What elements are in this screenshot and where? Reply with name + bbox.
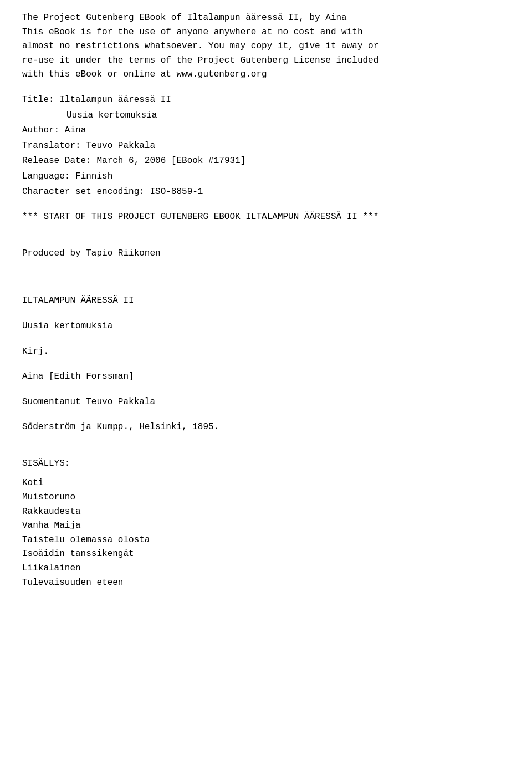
sisallys-label: SISÄLLYS: <box>22 457 510 471</box>
header-line-2: This eBook is for the use of anyone anyw… <box>22 26 510 40</box>
publisher-text: Söderström ja Kumpp., Helsinki, 1895. <box>22 420 510 435</box>
produced-by: Produced by Tapio Riikonen <box>22 247 510 261</box>
author-name-text: Aina [Edith Forssman] <box>22 370 510 384</box>
sisallys-section: SISÄLLYS: KotiMuistorunoRakkaudestaVanha… <box>22 457 510 590</box>
header-line-4: re-use it under the terms of the Project… <box>22 54 510 68</box>
toc-item: Tulevaisuuden eteen <box>22 576 510 590</box>
header-line-3: almost no restrictions whatsoever. You m… <box>22 39 510 54</box>
suomentanut-section: Suomentanut Teuvo Pakkala <box>22 395 510 410</box>
translator-value: Teuvo Pakkala <box>86 141 155 151</box>
produced-by-text: Produced by Tapio Riikonen <box>22 247 510 261</box>
book-subtitle: Uusia kertomuksia <box>22 319 510 334</box>
release-value: March 6, 2006 [EBook #17931] <box>96 156 245 166</box>
kirj-label: Kirj. <box>22 345 510 359</box>
translator-line: Translator: Teuvo Pakkala <box>22 139 510 154</box>
title-subtitle-line: Uusia kertomuksia <box>22 109 510 123</box>
language-label: Language: <box>22 171 70 181</box>
toc-item: Muistoruno <box>22 491 510 505</box>
author-line: Author: Aina <box>22 124 510 138</box>
language-value: Finnish <box>75 171 112 181</box>
toc-item: Taistelu olemassa olosta <box>22 533 510 548</box>
suomentanut-text: Suomentanut Teuvo Pakkala <box>22 395 510 410</box>
language-line: Language: Finnish <box>22 170 510 184</box>
main-title-text: ILTALAMPUN ÄÄRESSÄ II <box>22 294 510 308</box>
publisher-section: Söderström ja Kumpp., Helsinki, 1895. <box>22 420 510 435</box>
author-value: Aina <box>65 125 86 135</box>
charset-value: ISO-8859-1 <box>150 187 203 197</box>
toc-item: Rakkaudesta <box>22 505 510 519</box>
subtitle-text: Uusia kertomuksia <box>22 319 510 334</box>
translator-label: Translator: <box>22 141 81 151</box>
release-label: Release Date: <box>22 156 91 166</box>
author-label: Author: <box>22 125 59 135</box>
header-line-5: with this eBook or online at www.gutenbe… <box>22 68 510 82</box>
charset-label: Character set encoding: <box>22 187 145 197</box>
metadata-block: Title: Iltalampun ääressä II Uusia kerto… <box>22 93 510 199</box>
toc-list: KotiMuistorunoRakkaudestaVanha MaijaTais… <box>22 476 510 590</box>
charset-line: Character set encoding: ISO-8859-1 <box>22 185 510 200</box>
header-block: The Project Gutenberg EBook of Iltalampu… <box>22 11 510 82</box>
title-subtitle: Uusia kertomuksia <box>66 110 157 120</box>
title-value: Iltalampun ääressä II <box>59 95 171 105</box>
header-line-1: The Project Gutenberg EBook of Iltalampu… <box>22 11 510 26</box>
author-name-section: Aina [Edith Forssman] <box>22 370 510 384</box>
start-marker-text: *** START OF THIS PROJECT GUTENBERG EBOO… <box>22 210 510 225</box>
page-content: The Project Gutenberg EBook of Iltalampu… <box>22 11 510 590</box>
release-line: Release Date: March 6, 2006 [EBook #1793… <box>22 154 510 169</box>
toc-item: Isoäidin tanssikengät <box>22 547 510 562</box>
toc-item: Liikalainen <box>22 562 510 576</box>
title-line: Title: Iltalampun ääressä II <box>22 93 510 108</box>
kirj-section: Kirj. <box>22 345 510 359</box>
title-label: Title: <box>22 95 54 105</box>
toc-item: Koti <box>22 476 510 491</box>
toc-item: Vanha Maija <box>22 519 510 533</box>
book-main-title: ILTALAMPUN ÄÄRESSÄ II <box>22 294 510 308</box>
start-marker: *** START OF THIS PROJECT GUTENBERG EBOO… <box>22 210 510 225</box>
